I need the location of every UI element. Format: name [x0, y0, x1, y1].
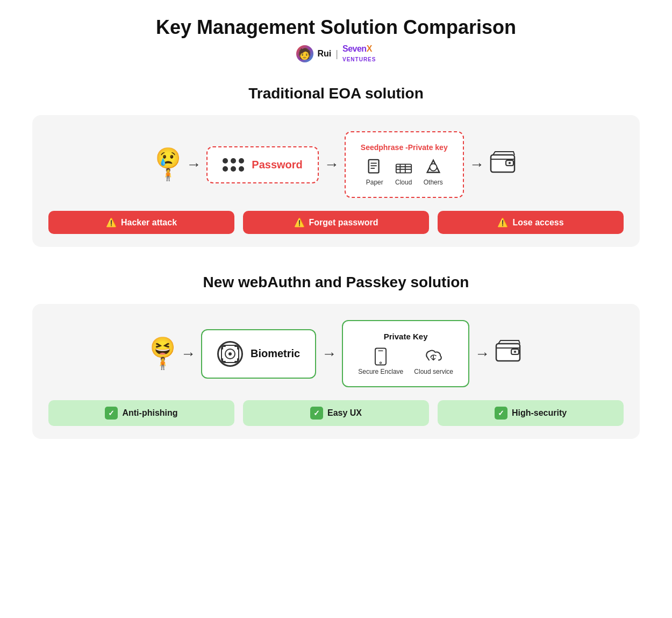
- phone-icon: [371, 347, 390, 366]
- benefit-easyux-label: Easy UX: [327, 408, 362, 418]
- warning-row: ⚠️ Hacker attack ⚠️ Forget password ⚠️ L…: [48, 211, 624, 234]
- happy-emoji: 😆: [150, 337, 175, 359]
- person-body-traditional: 🧍: [161, 168, 175, 182]
- biometric-label: Biometric: [251, 347, 300, 360]
- warning-access: ⚠️ Lose access: [438, 211, 624, 234]
- check-icon-1: ✓: [105, 407, 118, 420]
- biometric-icon: [217, 341, 243, 367]
- warning-icon-3: ⚠️: [497, 217, 508, 228]
- benefit-easyux: ✓ Easy UX: [243, 400, 429, 426]
- paper-label: Paper: [366, 179, 383, 186]
- seedphrase-title: Seedphrase -Private key: [361, 143, 448, 152]
- svg-point-13: [509, 162, 511, 164]
- check-icon-2: ✓: [310, 407, 323, 420]
- seedphrase-icons-row: Paper Cloud: [366, 158, 443, 186]
- others-icon-item: Others: [424, 158, 443, 186]
- warning-hacker-label: Hacker attack: [121, 218, 177, 228]
- paper-icon-item: Paper: [366, 158, 384, 186]
- traditional-person: 😢 🧍: [155, 147, 181, 182]
- page-title: Key Management Solution Comparison: [32, 16, 640, 39]
- secure-enclave-label: Secure Enclave: [358, 368, 403, 375]
- svg-point-10: [430, 164, 437, 171]
- arrow-3-new: →: [475, 345, 490, 363]
- arrow-1-new: →: [181, 345, 196, 363]
- others-label: Others: [424, 179, 443, 186]
- password-box: Password: [206, 146, 318, 183]
- arrow-2-new: →: [321, 345, 337, 363]
- warning-icon-2: ⚠️: [294, 217, 305, 228]
- warning-forget: ⚠️ Forget password: [243, 211, 429, 234]
- dot-5: [231, 166, 236, 172]
- biometric-box: Biometric: [201, 329, 316, 379]
- author-avatar: 🧑: [296, 45, 313, 62]
- benefit-security-label: High-security: [512, 408, 567, 418]
- new-section-box: 😆 🧍 → B: [32, 304, 640, 439]
- author-separator: |: [335, 48, 338, 60]
- cloud-label: Cloud: [395, 179, 412, 186]
- wallet-icon-new: [495, 339, 522, 368]
- secure-enclave-icon-item: Secure Enclave: [358, 347, 403, 375]
- cloud-icon-item: Cloud: [395, 158, 413, 186]
- svg-point-22: [514, 351, 516, 353]
- warning-forget-label: Forget password: [309, 218, 378, 228]
- private-key-box: Private Key Secure Enclave: [342, 320, 469, 387]
- password-label: Password: [252, 159, 302, 171]
- dot-6: [239, 166, 244, 172]
- person-body-new: 🧍: [155, 357, 170, 371]
- svg-rect-0: [368, 160, 378, 173]
- dot-4: [223, 166, 228, 172]
- arrow-3-traditional: →: [469, 156, 484, 173]
- cloud-service-icon-item: Cloud service: [414, 347, 453, 375]
- cloud-service-label: Cloud service: [414, 368, 453, 375]
- benefit-security: ✓ High-security: [438, 400, 624, 426]
- check-icon-3: ✓: [495, 407, 507, 420]
- svg-point-16: [228, 352, 232, 356]
- password-dots-icon: [223, 158, 244, 172]
- author-name: Rui: [318, 49, 332, 59]
- arrow-2-traditional: →: [324, 156, 339, 173]
- benefit-antiphishing: ✓ Anti-phishing: [48, 400, 234, 426]
- private-key-title: Private Key: [384, 332, 428, 341]
- brand-logo: SevenXVENTURES: [342, 44, 376, 63]
- password-row: Password: [223, 158, 302, 172]
- biometric-row: Biometric: [217, 341, 300, 367]
- new-section-title: New webAuthn and Passkey solution: [32, 274, 640, 291]
- traditional-section-title: Traditional EOA solution: [32, 85, 640, 102]
- author-row: 🧑 Rui | SevenXVENTURES: [32, 44, 640, 63]
- dot-2: [231, 158, 236, 164]
- others-icon: [424, 158, 442, 176]
- dot-3: [239, 158, 244, 164]
- private-key-icons-row: Secure Enclave Cloud service: [358, 347, 453, 375]
- cloud-icon: [395, 158, 413, 176]
- dot-1: [223, 158, 228, 164]
- new-person: 😆 🧍: [150, 337, 175, 371]
- warning-access-label: Lose access: [512, 218, 563, 228]
- crying-emoji: 😢: [155, 147, 181, 170]
- traditional-section-box: 😢 🧍 → Password → Seedphrase: [32, 115, 640, 247]
- wallet-icon-traditional: [490, 151, 517, 179]
- arrow-1-traditional: →: [186, 156, 201, 173]
- new-diagram-row: 😆 🧍 → B: [48, 320, 624, 387]
- cloud-service-icon: [425, 347, 443, 366]
- warning-hacker: ⚠️ Hacker attack: [48, 211, 234, 234]
- traditional-diagram-row: 😢 🧍 → Password → Seedphrase: [48, 131, 624, 198]
- warning-icon-1: ⚠️: [106, 217, 117, 228]
- benefit-antiphishing-label: Anti-phishing: [122, 408, 177, 418]
- svg-rect-4: [396, 164, 411, 173]
- paper-icon: [366, 158, 384, 176]
- success-row: ✓ Anti-phishing ✓ Easy UX ✓ High-securit…: [48, 400, 624, 426]
- seedphrase-box: Seedphrase -Private key Paper: [345, 131, 464, 198]
